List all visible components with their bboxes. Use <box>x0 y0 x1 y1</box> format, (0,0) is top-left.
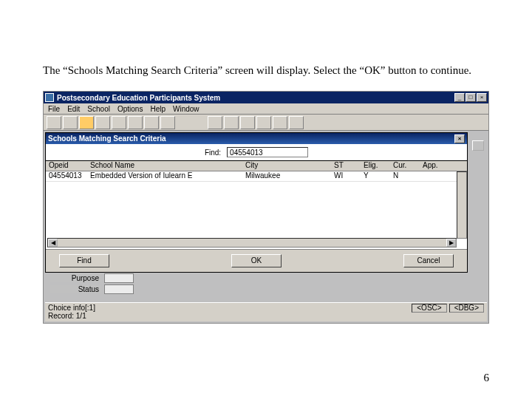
toolbar-icon[interactable] <box>128 116 143 129</box>
status-dbg: <DBG> <box>449 304 484 313</box>
find-input[interactable]: 04554013 <box>227 147 308 157</box>
purpose-label: Purpose <box>50 274 101 282</box>
toolbar-icon[interactable] <box>79 116 94 129</box>
toolbar-icon[interactable] <box>47 116 61 129</box>
dialog-close-button[interactable]: × <box>454 134 465 143</box>
cell-elig: Y <box>364 171 393 181</box>
table-row[interactable]: 04554013 Embedded Version of Iulearn E M… <box>46 171 467 182</box>
toolbar-icon[interactable] <box>112 116 126 129</box>
cell-school-name: Embedded Version of Iulearn E <box>90 171 245 181</box>
app-icon <box>45 93 54 102</box>
col-city[interactable]: City <box>245 161 334 171</box>
col-st[interactable]: ST <box>334 161 364 171</box>
menu-help[interactable]: Help <box>150 105 166 113</box>
col-opeid[interactable]: Opeid <box>46 161 90 171</box>
dialog-title: Schools Matching Search Criteria <box>48 134 454 143</box>
dialog-buttons: Find OK Cancel <box>46 249 467 272</box>
instruction-text: The “Schools Matching Search Criteria” s… <box>43 63 489 78</box>
menu-window[interactable]: Window <box>173 105 200 113</box>
dialog-titlebar: Schools Matching Search Criteria × <box>46 133 467 144</box>
toolbar-icon[interactable] <box>289 116 304 129</box>
cell-cur: N <box>393 171 423 181</box>
app-title: Postsecondary Education Participants Sys… <box>57 94 454 102</box>
app-titlebar: Postsecondary Education Participants Sys… <box>44 92 488 103</box>
toolbar-icon[interactable] <box>256 116 271 129</box>
ok-button[interactable]: OK <box>231 254 282 267</box>
scroll-left-icon[interactable]: ◀ <box>48 239 58 247</box>
screenshot-container: Postsecondary Education Participants Sys… <box>43 91 489 324</box>
grid-header: Opeid School Name City ST Elig. Cur. App… <box>46 161 467 171</box>
close-button[interactable]: × <box>477 93 487 102</box>
col-cur[interactable]: Cur. <box>393 161 423 171</box>
status-field[interactable] <box>104 284 134 294</box>
maximize-button[interactable]: □ <box>466 93 476 102</box>
minimize-button[interactable]: _ <box>454 93 465 102</box>
cell-city: Milwaukee <box>245 171 334 181</box>
statusbar: Choice info[:1] Record: 1/1 <OSC> <DBG> <box>45 302 487 321</box>
menubar: File Edit School Options Help Window <box>44 103 488 115</box>
purpose-field[interactable] <box>104 273 134 283</box>
menu-school[interactable]: School <box>87 105 110 113</box>
cell-st: WI <box>334 171 364 181</box>
toolbar-icon[interactable] <box>144 116 159 129</box>
col-elig[interactable]: Elig. <box>364 161 393 171</box>
status-line1: Choice info[:1] <box>48 304 95 312</box>
toolbar-icon[interactable] <box>160 116 175 129</box>
menu-options[interactable]: Options <box>117 105 143 113</box>
grid-hscroll[interactable]: ◀ ▶ <box>47 238 457 248</box>
search-dialog: Schools Matching Search Criteria × Find:… <box>45 132 468 273</box>
scroll-right-icon[interactable]: ▶ <box>446 239 456 247</box>
find-row: Find: 04554013 <box>46 144 467 160</box>
page-number: 6 <box>484 372 490 384</box>
find-button[interactable]: Find <box>59 254 109 267</box>
toolbar-icon[interactable] <box>273 116 287 129</box>
zip-lookup-button[interactable] <box>472 140 484 151</box>
toolbar-icon[interactable] <box>240 116 255 129</box>
status-osc: <OSC> <box>412 304 446 313</box>
results-grid: Opeid School Name City ST Elig. Cur. App… <box>46 160 467 249</box>
toolbar-icon[interactable] <box>63 116 78 129</box>
menu-file[interactable]: File <box>48 105 60 113</box>
cancel-button[interactable]: Cancel <box>403 254 454 267</box>
col-school-name[interactable]: School Name <box>90 161 245 171</box>
col-app[interactable]: App. <box>423 161 452 171</box>
toolbar-icon[interactable] <box>208 116 222 129</box>
status-label: Status <box>50 285 101 293</box>
find-label: Find: <box>205 149 221 157</box>
cell-app <box>423 171 452 181</box>
bg-labels: Purpose Status <box>50 273 134 295</box>
toolbar-icon[interactable] <box>95 116 110 129</box>
cell-opeid: 04554013 <box>46 171 90 181</box>
toolbar-icon[interactable] <box>224 116 239 129</box>
grid-vscroll[interactable] <box>457 171 467 239</box>
menu-edit[interactable]: Edit <box>67 105 80 113</box>
status-line2: Record: 1/1 <box>48 312 95 320</box>
toolbar <box>44 115 488 131</box>
